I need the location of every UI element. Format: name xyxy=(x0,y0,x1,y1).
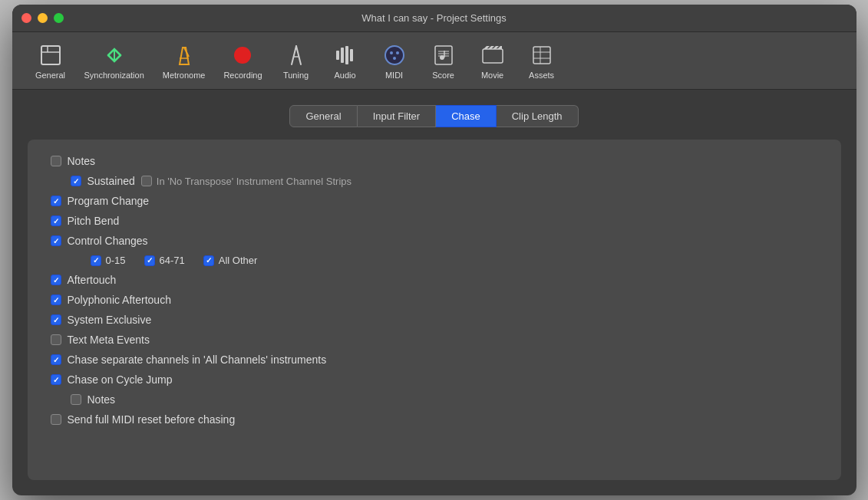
general-label: General xyxy=(35,71,65,80)
aftertouch-row: Aftertouch xyxy=(51,274,818,286)
all-other-checkbox[interactable] xyxy=(203,255,214,266)
notes-checkbox[interactable] xyxy=(51,156,61,166)
svg-rect-19 xyxy=(435,46,452,64)
sustained-checkbox[interactable] xyxy=(71,176,81,186)
minimize-button[interactable] xyxy=(38,13,48,23)
svg-rect-30 xyxy=(533,47,550,64)
toolbar-item-general[interactable]: General xyxy=(28,38,74,83)
window-title: What I can say - Project Settings xyxy=(361,12,507,24)
control-changes-checkbox[interactable] xyxy=(51,235,61,246)
range-0-15-checkbox[interactable] xyxy=(91,255,101,266)
movie-label: Movie xyxy=(481,71,503,80)
toolbar-item-midi[interactable]: MIDI xyxy=(371,38,417,83)
tab-clip-length[interactable]: Clip Length xyxy=(497,105,579,127)
toolbar-item-tuning[interactable]: Tuning xyxy=(273,38,319,83)
toolbar-item-assets[interactable]: Assets xyxy=(519,38,565,83)
toolbar-item-movie[interactable]: Movie xyxy=(470,38,516,83)
tab-general[interactable]: General xyxy=(289,105,357,127)
synchronization-label: Synchronization xyxy=(84,71,144,80)
polyphonic-aftertouch-checkbox[interactable] xyxy=(51,294,61,305)
svg-point-15 xyxy=(385,46,404,64)
svg-rect-13 xyxy=(345,46,348,64)
midi-label: MIDI xyxy=(385,71,403,80)
program-change-row: Program Change xyxy=(51,195,818,207)
synchronization-icon xyxy=(101,41,128,69)
general-icon xyxy=(37,41,64,69)
chase-separate-channels-checkbox[interactable] xyxy=(51,354,61,365)
svg-rect-11 xyxy=(336,51,339,60)
score-label: Score xyxy=(432,71,454,80)
close-button[interactable] xyxy=(21,13,31,23)
pitch-bend-label: Pitch Bend xyxy=(68,215,120,227)
tab-chase[interactable]: Chase xyxy=(436,105,497,127)
send-full-midi-reset-row: Send full MIDI reset before chasing xyxy=(51,413,818,426)
toolbar: General Synchronization Metronome Record… xyxy=(12,32,856,90)
range-64-71-group: 64-71 xyxy=(144,255,185,266)
score-icon xyxy=(430,41,457,69)
tuning-label: Tuning xyxy=(283,71,309,80)
notes-cycle-label: Notes xyxy=(87,393,116,406)
range-0-15-label: 0-15 xyxy=(106,255,126,266)
title-bar: What I can say - Project Settings xyxy=(12,5,856,32)
svg-rect-0 xyxy=(41,46,60,64)
maximize-button[interactable] xyxy=(54,13,64,23)
chase-on-cycle-jump-checkbox[interactable] xyxy=(51,374,61,385)
toolbar-item-recording[interactable]: Recording xyxy=(216,38,269,83)
recording-icon xyxy=(229,41,256,69)
in-no-transpose-label: In 'No Transpose' Instrument Channel Str… xyxy=(157,176,351,187)
polyphonic-aftertouch-label: Polyphonic Aftertouch xyxy=(68,294,171,306)
send-full-midi-reset-checkbox[interactable] xyxy=(51,414,61,425)
svg-line-8 xyxy=(292,46,296,64)
text-meta-events-row: Text Meta Events xyxy=(51,334,818,346)
svg-point-23 xyxy=(440,55,444,60)
send-full-midi-reset-label: Send full MIDI reset before chasing xyxy=(68,413,236,426)
chase-separate-channels-row: Chase separate channels in 'All Channels… xyxy=(51,354,818,366)
chase-separate-channels-label: Chase separate channels in 'All Channels… xyxy=(68,354,327,366)
tab-input-filter[interactable]: Input Filter xyxy=(358,105,436,127)
toolbar-item-audio[interactable]: Audio xyxy=(322,38,368,83)
notes-cycle-checkbox[interactable] xyxy=(71,394,81,405)
control-changes-label: Control Changes xyxy=(68,235,148,247)
range-0-15-group: 0-15 xyxy=(91,255,126,266)
metronome-icon xyxy=(170,41,198,69)
svg-point-16 xyxy=(390,51,393,54)
recording-label: Recording xyxy=(223,71,262,80)
svg-rect-12 xyxy=(341,48,344,63)
all-other-group: All Other xyxy=(203,255,258,266)
in-no-transpose-group: In 'No Transpose' Instrument Channel Str… xyxy=(141,176,351,187)
toolbar-item-metronome[interactable]: Metronome xyxy=(155,38,213,83)
polyphonic-aftertouch-row: Polyphonic Aftertouch xyxy=(51,294,818,306)
sustained-label: Sustained xyxy=(87,175,135,187)
toolbar-item-synchronization[interactable]: Synchronization xyxy=(77,38,152,83)
in-no-transpose-checkbox[interactable] xyxy=(141,176,152,186)
tuning-icon xyxy=(282,41,310,69)
pitch-bend-row: Pitch Bend xyxy=(51,215,818,227)
control-changes-row: Control Changes xyxy=(51,235,818,247)
system-exclusive-row: System Exclusive xyxy=(51,314,818,326)
aftertouch-checkbox[interactable] xyxy=(51,275,61,285)
midi-icon xyxy=(381,41,408,69)
notes-label: Notes xyxy=(68,155,96,167)
toolbar-item-score[interactable]: Score xyxy=(421,38,467,83)
all-other-label: All Other xyxy=(219,255,258,266)
system-exclusive-checkbox[interactable] xyxy=(51,314,61,325)
audio-label: Audio xyxy=(334,71,355,80)
svg-point-17 xyxy=(396,51,399,54)
range-64-71-checkbox[interactable] xyxy=(144,255,155,266)
sustained-row: Sustained In 'No Transpose' Instrument C… xyxy=(71,175,818,187)
notes-row: Notes xyxy=(51,155,818,167)
svg-rect-25 xyxy=(483,49,503,63)
text-meta-events-checkbox[interactable] xyxy=(51,334,61,345)
chase-on-cycle-jump-row: Chase on Cycle Jump xyxy=(51,373,818,386)
movie-icon xyxy=(479,41,507,69)
assets-label: Assets xyxy=(529,71,554,80)
main-window: What I can say - Project Settings Genera… xyxy=(12,5,856,495)
svg-point-18 xyxy=(393,57,396,60)
program-change-checkbox[interactable] xyxy=(51,196,61,206)
metronome-label: Metronome xyxy=(163,71,206,80)
audio-icon xyxy=(332,41,359,69)
notes-cycle-row: Notes xyxy=(71,393,818,406)
system-exclusive-label: System Exclusive xyxy=(68,314,152,326)
svg-line-9 xyxy=(296,46,301,64)
pitch-bend-checkbox[interactable] xyxy=(51,215,61,226)
